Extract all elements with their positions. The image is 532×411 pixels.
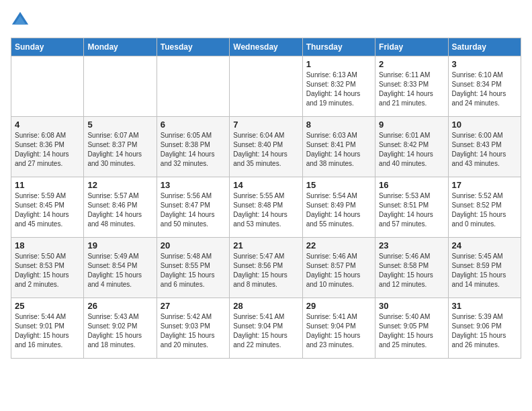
day-number: 11 — [15, 180, 80, 190]
calendar-body: 1Sunrise: 6:13 AMSunset: 8:32 PMDaylight… — [11, 56, 521, 359]
day-info: Sunrise: 5:55 AMSunset: 8:48 PMDaylight:… — [233, 191, 298, 229]
day-info: Sunrise: 5:46 AMSunset: 8:57 PMDaylight:… — [306, 252, 371, 289]
day-info: Sunrise: 5:48 AMSunset: 8:55 PMDaylight:… — [161, 252, 226, 289]
week-row-2: 4Sunrise: 6:08 AMSunset: 8:36 PMDaylight… — [11, 117, 521, 177]
day-cell — [230, 56, 302, 117]
day-number: 25 — [15, 301, 80, 311]
day-info: Sunrise: 5:43 AMSunset: 9:02 PMDaylight:… — [87, 312, 152, 350]
day-cell: 14Sunrise: 5:55 AMSunset: 8:48 PMDayligh… — [230, 177, 302, 238]
day-info: Sunrise: 6:10 AMSunset: 8:34 PMDaylight:… — [452, 71, 517, 108]
week-row-1: 1Sunrise: 6:13 AMSunset: 8:32 PMDaylight… — [11, 56, 521, 117]
header-day-sunday: Sunday — [11, 38, 84, 56]
day-info: Sunrise: 6:00 AMSunset: 8:43 PMDaylight:… — [452, 131, 517, 169]
day-number: 20 — [161, 240, 226, 250]
day-cell: 27Sunrise: 5:42 AMSunset: 9:03 PMDayligh… — [157, 298, 229, 359]
day-cell: 21Sunrise: 5:47 AMSunset: 8:56 PMDayligh… — [230, 238, 302, 298]
day-info: Sunrise: 5:44 AMSunset: 9:01 PMDaylight:… — [15, 312, 80, 350]
header-day-tuesday: Tuesday — [157, 38, 229, 56]
day-number: 18 — [15, 240, 80, 250]
day-info: Sunrise: 6:08 AMSunset: 8:36 PMDaylight:… — [15, 131, 80, 169]
logo — [11, 11, 32, 30]
day-cell: 5Sunrise: 6:07 AMSunset: 8:37 PMDaylight… — [84, 117, 157, 177]
day-info: Sunrise: 5:46 AMSunset: 8:58 PMDaylight:… — [379, 252, 444, 289]
day-info: Sunrise: 5:59 AMSunset: 8:45 PMDaylight:… — [15, 191, 80, 229]
day-cell: 20Sunrise: 5:48 AMSunset: 8:55 PMDayligh… — [157, 238, 229, 298]
day-cell: 15Sunrise: 5:54 AMSunset: 8:49 PMDayligh… — [302, 177, 375, 238]
day-cell: 25Sunrise: 5:44 AMSunset: 9:01 PMDayligh… — [11, 298, 84, 359]
day-info: Sunrise: 5:39 AMSunset: 9:06 PMDaylight:… — [452, 312, 517, 350]
day-info: Sunrise: 6:13 AMSunset: 8:32 PMDaylight:… — [306, 71, 371, 108]
day-number: 27 — [161, 301, 226, 311]
day-number: 24 — [452, 240, 517, 250]
day-cell: 3Sunrise: 6:10 AMSunset: 8:34 PMDaylight… — [448, 56, 521, 117]
day-cell: 13Sunrise: 5:56 AMSunset: 8:47 PMDayligh… — [157, 177, 229, 238]
calendar-header: SundayMondayTuesdayWednesdayThursdayFrid… — [11, 38, 521, 56]
day-number: 9 — [379, 120, 444, 130]
day-cell — [84, 56, 157, 117]
day-cell: 29Sunrise: 5:41 AMSunset: 9:04 PMDayligh… — [302, 298, 375, 359]
day-info: Sunrise: 5:47 AMSunset: 8:56 PMDaylight:… — [233, 252, 298, 289]
day-info: Sunrise: 6:01 AMSunset: 8:42 PMDaylight:… — [379, 131, 444, 169]
day-number: 8 — [306, 120, 371, 130]
header-day-wednesday: Wednesday — [230, 38, 302, 56]
day-info: Sunrise: 5:41 AMSunset: 9:04 PMDaylight:… — [306, 312, 371, 350]
day-number: 13 — [161, 180, 226, 190]
day-info: Sunrise: 6:05 AMSunset: 8:38 PMDaylight:… — [161, 131, 226, 169]
week-row-4: 18Sunrise: 5:50 AMSunset: 8:53 PMDayligh… — [11, 238, 521, 298]
logo-icon — [11, 11, 30, 30]
day-cell: 30Sunrise: 5:40 AMSunset: 9:05 PMDayligh… — [375, 298, 448, 359]
day-info: Sunrise: 6:11 AMSunset: 8:33 PMDaylight:… — [379, 71, 444, 108]
day-number: 2 — [379, 59, 444, 69]
day-number: 10 — [452, 120, 517, 130]
day-number: 1 — [306, 59, 371, 69]
day-number: 28 — [233, 301, 298, 311]
day-cell — [11, 56, 84, 117]
day-cell: 18Sunrise: 5:50 AMSunset: 8:53 PMDayligh… — [11, 238, 84, 298]
day-number: 12 — [87, 180, 152, 190]
day-cell: 22Sunrise: 5:46 AMSunset: 8:57 PMDayligh… — [302, 238, 375, 298]
day-cell — [157, 56, 229, 117]
day-cell: 11Sunrise: 5:59 AMSunset: 8:45 PMDayligh… — [11, 177, 84, 238]
day-number: 17 — [452, 180, 517, 190]
day-cell: 9Sunrise: 6:01 AMSunset: 8:42 PMDaylight… — [375, 117, 448, 177]
day-info: Sunrise: 5:54 AMSunset: 8:49 PMDaylight:… — [306, 191, 371, 229]
day-cell: 10Sunrise: 6:00 AMSunset: 8:43 PMDayligh… — [448, 117, 521, 177]
day-number: 26 — [87, 301, 152, 311]
day-info: Sunrise: 5:42 AMSunset: 9:03 PMDaylight:… — [161, 312, 226, 350]
week-row-3: 11Sunrise: 5:59 AMSunset: 8:45 PMDayligh… — [11, 177, 521, 238]
day-cell: 8Sunrise: 6:03 AMSunset: 8:41 PMDaylight… — [302, 117, 375, 177]
page-header — [11, 11, 521, 30]
day-number: 30 — [379, 301, 444, 311]
day-number: 6 — [161, 120, 226, 130]
day-number: 5 — [87, 120, 152, 130]
day-number: 19 — [87, 240, 152, 250]
day-number: 16 — [379, 180, 444, 190]
day-info: Sunrise: 5:41 AMSunset: 9:04 PMDaylight:… — [233, 312, 298, 350]
day-info: Sunrise: 5:56 AMSunset: 8:47 PMDaylight:… — [161, 191, 226, 229]
day-info: Sunrise: 5:40 AMSunset: 9:05 PMDaylight:… — [379, 312, 444, 350]
day-info: Sunrise: 6:04 AMSunset: 8:40 PMDaylight:… — [233, 131, 298, 169]
day-number: 22 — [306, 240, 371, 250]
header-day-friday: Friday — [375, 38, 448, 56]
day-cell: 7Sunrise: 6:04 AMSunset: 8:40 PMDaylight… — [230, 117, 302, 177]
day-cell: 16Sunrise: 5:53 AMSunset: 8:51 PMDayligh… — [375, 177, 448, 238]
header-day-thursday: Thursday — [302, 38, 375, 56]
header-day-monday: Monday — [84, 38, 157, 56]
day-number: 21 — [233, 240, 298, 250]
calendar-table: SundayMondayTuesdayWednesdayThursdayFrid… — [11, 38, 521, 359]
day-number: 3 — [452, 59, 517, 69]
day-cell: 24Sunrise: 5:45 AMSunset: 8:59 PMDayligh… — [448, 238, 521, 298]
day-info: Sunrise: 6:03 AMSunset: 8:41 PMDaylight:… — [306, 131, 371, 169]
day-number: 31 — [452, 301, 517, 311]
day-info: Sunrise: 5:53 AMSunset: 8:51 PMDaylight:… — [379, 191, 444, 229]
day-cell: 23Sunrise: 5:46 AMSunset: 8:58 PMDayligh… — [375, 238, 448, 298]
day-number: 15 — [306, 180, 371, 190]
day-cell: 19Sunrise: 5:49 AMSunset: 8:54 PMDayligh… — [84, 238, 157, 298]
day-number: 29 — [306, 301, 371, 311]
day-cell: 1Sunrise: 6:13 AMSunset: 8:32 PMDaylight… — [302, 56, 375, 117]
header-day-saturday: Saturday — [448, 38, 521, 56]
day-info: Sunrise: 5:45 AMSunset: 8:59 PMDaylight:… — [452, 252, 517, 289]
day-info: Sunrise: 5:50 AMSunset: 8:53 PMDaylight:… — [15, 252, 80, 289]
week-row-5: 25Sunrise: 5:44 AMSunset: 9:01 PMDayligh… — [11, 298, 521, 359]
header-row: SundayMondayTuesdayWednesdayThursdayFrid… — [11, 38, 521, 56]
